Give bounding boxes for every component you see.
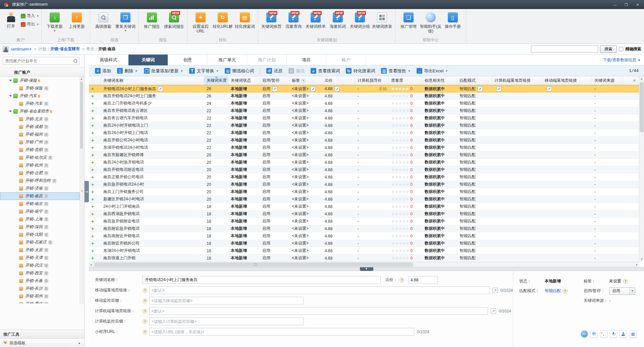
tab-创意[interactable]: 创意 xyxy=(168,55,208,65)
table-horizontal-scrollbar[interactable]: ◄ ► xyxy=(89,262,639,267)
add-keyword-icon[interactable]: + xyxy=(91,94,94,98)
match-mode-value[interactable]: 智能匹配 xyxy=(545,288,561,294)
column-header-标签[interactable]: 标签? xyxy=(289,76,322,85)
add-keyword-icon[interactable]: + xyxy=(91,175,94,180)
add-keyword-icon[interactable]: + xyxy=(91,249,94,253)
tree-unit-开锁-合肥[interactable]: 开锁-合肥0 xyxy=(0,169,79,177)
table-row[interactable]: +南昌24小时开锁上门电话22本地新增启用<未设置>4.68-★★★★★0数据积… xyxy=(89,129,639,137)
tree-unit-开锁-长沙[interactable]: 开锁-长沙0 xyxy=(0,285,79,292)
column-header-出价[interactable]: 出价 xyxy=(322,76,355,85)
edit-tag-icon[interactable] xyxy=(311,86,316,91)
table-row[interactable]: +南昌急开锁电话24小时20本地新增启用<未设置>4.68-★★★★★0数据积累… xyxy=(89,181,639,188)
search-icon[interactable] xyxy=(73,59,78,63)
form-input-移动端落地页链接[interactable] xyxy=(149,286,490,294)
ribbon-button-上传更新[interactable]: ↑上传更新 xyxy=(66,10,88,37)
column-header-关键词名称[interactable]: 关键词名称 xyxy=(101,76,204,85)
column-header-匹配模式[interactable]: 匹配模式 xyxy=(457,76,492,85)
help-icon[interactable]: ? xyxy=(563,289,568,293)
exact-search-checkbox[interactable] xyxy=(619,47,623,51)
table-row[interactable]: +南昌开锁电话附近电话20本地新增启用<未设置>4.68-★★★★★0数据积累中… xyxy=(89,166,639,174)
scroll-left-icon[interactable]: ◄ xyxy=(90,263,92,266)
open-link-icon[interactable]: ↗ xyxy=(491,308,496,314)
toolbar-button-查看搜索词[interactable]: ⌕查看搜索词 xyxy=(308,67,342,75)
scroll-thumb[interactable] xyxy=(640,82,644,132)
tree-unit-开锁-上海[interactable]: 开锁-上海0 xyxy=(0,215,79,223)
ribbon-button-重复关键词[interactable]: ❐重复关键词▼ xyxy=(114,10,137,37)
column-header-启用/暂停[interactable]: 启用/暂停 xyxy=(260,76,289,85)
promotion-tools-bar[interactable]: 推广工具 xyxy=(0,330,84,338)
table-row[interactable]: +南昌上门开锁服务公司20本地新增启用<未设置>4.68-★★★★★0数据积累中… xyxy=(89,188,639,196)
form-input-计算机端落地页链接[interactable] xyxy=(149,307,488,315)
tree-campaign-开锁-省会直辖市[interactable]: 开锁-省会直辖市 xyxy=(0,108,79,115)
add-keyword-icon[interactable]: + xyxy=(91,167,94,172)
tree-unit-开锁-重庆[interactable]: 开锁-重庆0 xyxy=(0,300,79,303)
onoff-select[interactable]: 启用 ▼ xyxy=(609,287,635,295)
tab-项目[interactable]: 项目 xyxy=(287,55,326,65)
download-view-data-link[interactable]: 下载/查看数据信息▼ xyxy=(603,55,644,65)
form-input-关键词名称[interactable] xyxy=(143,276,381,284)
tree-unit-开锁-石家庄[interactable]: 开锁-石家庄0 xyxy=(0,238,79,246)
user-icon[interactable] xyxy=(620,330,627,338)
scroll-thumb[interactable] xyxy=(80,82,83,149)
maximize-button[interactable]: ❐ xyxy=(621,1,631,8)
help-icon[interactable]: ? xyxy=(143,319,147,324)
adopt-button[interactable]: 采纳 xyxy=(379,86,387,92)
tree-unit-开锁-南昌[interactable]: 开锁-南昌0 xyxy=(0,192,79,200)
toolbar-button-还原[interactable]: ↺还原 xyxy=(264,67,285,75)
toolbar-button-转化搜索词[interactable]: ↻转化搜索词 xyxy=(343,67,378,75)
breadcrumb-account[interactable]: senlinsem xyxy=(11,47,29,52)
help-icon[interactable]: ? xyxy=(143,298,147,303)
tree-unit-开锁-杭州[interactable]: 开锁-杭州0 xyxy=(0,161,79,169)
table-row[interactable]: +南昌上门开锁电话号码多少24本地新增启用<未设置>4.68-★★★★★0数据积… xyxy=(89,100,639,107)
table-row[interactable]: +新建区开锁24小时电话20本地新增启用<未设置>4.68-★★★★★0数据积累… xyxy=(89,196,639,203)
tree-unit-开锁-汽车[interactable]: 开锁-汽车0 xyxy=(0,100,79,108)
toolbar-button-添加[interactable]: +添加 xyxy=(92,67,114,75)
open-link-icon[interactable]: ↗ xyxy=(492,288,498,293)
help-icon[interactable]: ? xyxy=(399,278,404,282)
tree-unit-开锁-南宁[interactable]: 开锁-南宁0 xyxy=(0,208,79,215)
tree-unit-开锁-南京[interactable]: 开锁-南京0 xyxy=(0,200,79,208)
tree-unit-开锁-保险[interactable]: 开锁-保险0 xyxy=(0,84,79,92)
expand-arrow-icon[interactable] xyxy=(9,95,12,97)
help-icon[interactable]: ? xyxy=(143,288,147,293)
column-header-创意相关性[interactable]: 创意相关性 xyxy=(422,76,457,85)
table-row[interactable]: +开锁电话24小时上门服务南昌26本地新增启用<未设置>4.68-采纳★★★★★… xyxy=(89,85,639,92)
bid-input[interactable] xyxy=(408,276,438,284)
add-keyword-icon[interactable]: + xyxy=(91,226,94,231)
add-keyword-icon[interactable]: + xyxy=(91,241,94,246)
add-keyword-icon[interactable]: + xyxy=(91,153,94,157)
table-row[interactable]: +南昌青云谱汽车开锁电话22本地新增启用<未设置>4.68-★★★★★0数据积累… xyxy=(89,115,639,122)
table-row[interactable]: +南昌附近开锁的公司18本地新增启用<未设置>4.68-★★★★★0数据积累中智… xyxy=(89,240,639,247)
filter-template-bar[interactable]: 筛选模板 ▲ xyxy=(0,338,84,347)
form-input-移动监控后缀[interactable] xyxy=(149,297,304,304)
column-header-关键词来源[interactable]: 关键词来源 xyxy=(592,76,622,85)
table-row[interactable]: +南昌快速上门开锁16本地新增启用<未设置>4.68-★★★★★0数据积累中智能… xyxy=(89,255,639,262)
tree-unit-开锁-太原[interactable]: 开锁-太原0 xyxy=(0,246,79,254)
help-icon[interactable]: ? xyxy=(623,279,628,284)
tab-推广计划[interactable]: 推广计划 xyxy=(247,55,287,65)
tree-unit-开锁-深圳[interactable]: 开锁-深圳0 xyxy=(0,223,79,231)
tree-unit-开锁-北京[interactable]: 开锁-北京0 xyxy=(0,115,79,123)
tree-unit-开锁-武汉[interactable]: 开锁-武汉0 xyxy=(0,262,79,269)
ribbon-button-推广管理[interactable]: ❏推广管理 xyxy=(397,10,420,37)
import-button[interactable]: ←导入▼ xyxy=(21,13,39,19)
ime-logo-icon[interactable]: iFLY xyxy=(581,330,588,338)
search-button[interactable]: 搜索 xyxy=(600,46,617,53)
ribbon-button-搜索词报告[interactable]: NEW搜索词报告 xyxy=(163,10,185,37)
sidebar-search-input[interactable] xyxy=(3,59,73,63)
add-keyword-icon[interactable]: + xyxy=(91,131,94,135)
table-row[interactable]: +南昌附近急开锁电话18本地新增启用<未设置>4.68-★★★★★0数据积累中智… xyxy=(89,225,639,232)
sidebar-collapse-handle[interactable]: ◄ xyxy=(85,181,89,202)
add-keyword-icon[interactable]: + xyxy=(91,212,94,216)
tree-unit-开锁-哈尔滨[interactable]: 开锁-哈尔滨0 xyxy=(0,154,79,161)
add-keyword-icon[interactable]: + xyxy=(91,182,94,187)
scroll-down-icon[interactable]: ▼ xyxy=(639,257,644,262)
ribbon-button-转化URL解[interactable]: ↻转化URL解 xyxy=(212,10,234,37)
breadcrumb-plan[interactable]: 开锁-省会直辖市 xyxy=(50,46,80,52)
table-row[interactable]: +南昌市新建区开锁师傅20本地新增启用<未设置>4.68-★★★★★0数据积累中… xyxy=(89,151,639,159)
column-header-计算机指导价[interactable]: 计算机指导价 xyxy=(355,76,389,85)
edit-match-icon[interactable] xyxy=(478,86,483,91)
tree-resize-grip[interactable]: ≡ xyxy=(81,189,83,193)
add-keyword-icon[interactable]: + xyxy=(91,123,94,128)
ribbon-button-操作手册[interactable]: ▯操作手册 xyxy=(442,10,464,37)
